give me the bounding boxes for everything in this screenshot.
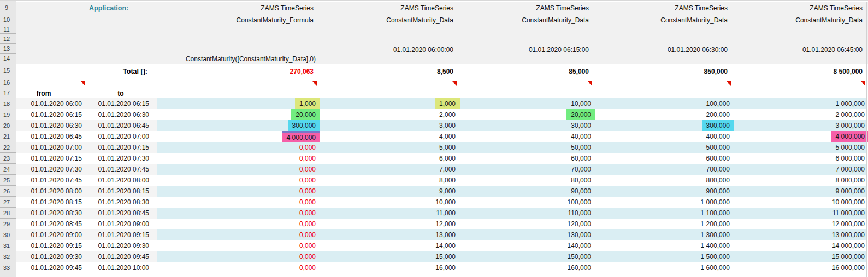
row-number[interactable]: 11 bbox=[0, 25, 16, 34]
formula-cell[interactable]: ConstantMaturity([ConstantMaturity_Data]… bbox=[143, 54, 318, 64]
cell-value[interactable]: 9,000 bbox=[318, 186, 458, 197]
cell-from[interactable]: 01.01.2020 06:00 bbox=[16, 98, 82, 109]
cell-value[interactable]: 6,000 bbox=[318, 153, 458, 164]
row-number[interactable]: 24 bbox=[0, 164, 16, 175]
cell-from[interactable]: 01.01.2020 09:30 bbox=[16, 251, 82, 262]
cell-to[interactable]: 01.01.2020 09:30 bbox=[86, 240, 149, 251]
cell-value[interactable]: 13 000,000 bbox=[732, 229, 867, 240]
cell-to[interactable]: 01.01.2020 10:00 bbox=[86, 262, 149, 273]
cell-value[interactable]: 50,000 bbox=[458, 142, 593, 153]
cell-from[interactable]: 01.01.2020 06:45 bbox=[16, 131, 82, 142]
cell-value[interactable]: 0,000 bbox=[157, 186, 318, 197]
cell-value[interactable]: 500,000 bbox=[593, 142, 732, 153]
column-timestamp[interactable]: 01.01.2020 06:30:00 bbox=[621, 45, 730, 55]
cell-value[interactable]: 900,000 bbox=[593, 186, 732, 197]
cell-value[interactable]: 140,000 bbox=[458, 240, 593, 251]
row-number[interactable]: 26 bbox=[0, 186, 16, 197]
column-subtitle[interactable]: ConstantMaturity_Formula bbox=[206, 15, 316, 26]
column-timestamp[interactable]: 01.01.2020 06:45:00 bbox=[755, 45, 865, 55]
cell-value[interactable]: 1 000,000 bbox=[732, 98, 867, 109]
cell-value[interactable]: 100,000 bbox=[593, 98, 732, 109]
cell-value[interactable]: 5,000 bbox=[318, 142, 458, 153]
cell-value[interactable]: 0,000 bbox=[157, 208, 318, 219]
cell-value[interactable]: 10,000 bbox=[458, 98, 593, 109]
column-title[interactable]: ZAMS TimeSeries bbox=[755, 2, 865, 15]
cell-value[interactable]: 6 000,000 bbox=[732, 153, 867, 164]
cell-value[interactable]: 14,000 bbox=[318, 240, 458, 251]
cell-from[interactable]: 01.01.2020 07:30 bbox=[16, 164, 82, 175]
cell-value[interactable]: 1 000,000 bbox=[593, 197, 732, 208]
row-number[interactable]: 21 bbox=[0, 131, 16, 142]
row-number[interactable]: 16 bbox=[0, 78, 16, 87]
row-number[interactable]: 18 bbox=[0, 98, 16, 109]
row-number[interactable]: 17 bbox=[0, 87, 16, 98]
row-number[interactable]: 32 bbox=[0, 251, 16, 262]
cell-to[interactable]: 01.01.2020 09:45 bbox=[86, 251, 149, 262]
cell-value[interactable]: 20,000 bbox=[157, 109, 318, 120]
cell-value[interactable]: 0,000 bbox=[157, 251, 318, 262]
cell-from[interactable]: 01.01.2020 09:00 bbox=[16, 229, 82, 240]
cell-value[interactable]: 150,000 bbox=[458, 251, 593, 262]
cell-value[interactable]: 1,000 bbox=[318, 98, 458, 109]
cell-value[interactable]: 20,000 bbox=[458, 109, 593, 120]
cell-value[interactable]: 0,000 bbox=[157, 142, 318, 153]
row-number[interactable]: 23 bbox=[0, 153, 16, 164]
cell-value[interactable]: 15,000 bbox=[318, 251, 458, 262]
cell-value[interactable]: 4 000,000 bbox=[732, 131, 867, 142]
cell-value[interactable]: 7 000,000 bbox=[732, 164, 867, 175]
column-subtitle[interactable]: ConstantMaturity_Data bbox=[621, 15, 730, 26]
cell-value[interactable]: 0,000 bbox=[157, 262, 318, 273]
cell-from[interactable]: 01.01.2020 09:45 bbox=[16, 262, 82, 273]
cell-value[interactable]: 4,000 bbox=[318, 131, 458, 142]
cell-value[interactable]: 8 000,000 bbox=[732, 175, 867, 186]
row-number[interactable]: 31 bbox=[0, 240, 16, 251]
cell-value[interactable]: 9 000,000 bbox=[732, 186, 867, 197]
cell-value[interactable]: 2,000 bbox=[318, 109, 458, 120]
row-number[interactable]: 12 bbox=[0, 34, 16, 44]
cell-value[interactable]: 5 000,000 bbox=[732, 142, 867, 153]
row-number[interactable]: 22 bbox=[0, 142, 16, 153]
row-number[interactable]: 28 bbox=[0, 208, 16, 219]
cell-value[interactable]: 300,000 bbox=[157, 120, 318, 131]
cell-to[interactable]: 01.01.2020 07:15 bbox=[86, 142, 149, 153]
cell-to[interactable]: 01.01.2020 06:45 bbox=[86, 120, 149, 131]
cell-value[interactable]: 0,000 bbox=[157, 153, 318, 164]
cell-value[interactable]: 700,000 bbox=[593, 164, 732, 175]
cell-value[interactable]: 16 000,000 bbox=[732, 262, 867, 273]
row-number[interactable]: 29 bbox=[0, 219, 16, 229]
column-title[interactable]: ZAMS TimeSeries bbox=[206, 2, 316, 15]
cell-value[interactable]: 14 000,000 bbox=[732, 240, 867, 251]
cell-to[interactable]: 01.01.2020 09:00 bbox=[86, 219, 149, 229]
cell-from[interactable]: 01.01.2020 08:00 bbox=[16, 186, 82, 197]
cell-value[interactable]: 12 000,000 bbox=[732, 219, 867, 229]
cell-value[interactable]: 40,000 bbox=[458, 131, 593, 142]
cell-from[interactable]: 01.01.2020 09:15 bbox=[16, 240, 82, 251]
column-timestamp[interactable]: 01.01.2020 06:00:00 bbox=[346, 45, 456, 55]
cell-value[interactable]: 11 000,000 bbox=[732, 208, 867, 219]
row-number[interactable]: 27 bbox=[0, 197, 16, 208]
cell-to[interactable]: 01.01.2020 09:15 bbox=[86, 229, 149, 240]
row-number[interactable]: 10 bbox=[0, 14, 16, 25]
column-title[interactable]: ZAMS TimeSeries bbox=[346, 2, 456, 15]
to-column-header[interactable]: to bbox=[86, 88, 155, 99]
row-number[interactable]: 33 bbox=[0, 262, 16, 273]
cell-from[interactable]: 01.01.2020 08:45 bbox=[16, 219, 82, 229]
cell-value[interactable]: 0,000 bbox=[157, 219, 318, 229]
total-value[interactable]: 8 500,000 bbox=[755, 64, 865, 79]
column-timestamp[interactable]: 01.01.2020 06:15:00 bbox=[482, 45, 591, 55]
cell-from[interactable]: 01.01.2020 08:30 bbox=[16, 208, 82, 219]
cell-value[interactable]: 0,000 bbox=[157, 164, 318, 175]
cell-value[interactable]: 200,000 bbox=[593, 109, 732, 120]
total-value[interactable]: 270,063 bbox=[206, 64, 316, 79]
cell-value[interactable]: 0,000 bbox=[157, 229, 318, 240]
cell-value[interactable]: 13,000 bbox=[318, 229, 458, 240]
total-value[interactable]: 8,500 bbox=[346, 64, 456, 79]
cell-value[interactable]: 300,000 bbox=[593, 120, 732, 131]
cell-to[interactable]: 01.01.2020 07:30 bbox=[86, 153, 149, 164]
cell-value[interactable]: 800,000 bbox=[593, 175, 732, 186]
cell-from[interactable]: 01.01.2020 07:00 bbox=[16, 142, 82, 153]
row-number[interactable]: 13 bbox=[0, 44, 16, 54]
column-subtitle[interactable]: ConstantMaturity_Data bbox=[755, 15, 865, 26]
row-number[interactable]: 9 bbox=[0, 2, 16, 14]
cell-value[interactable]: 80,000 bbox=[458, 175, 593, 186]
